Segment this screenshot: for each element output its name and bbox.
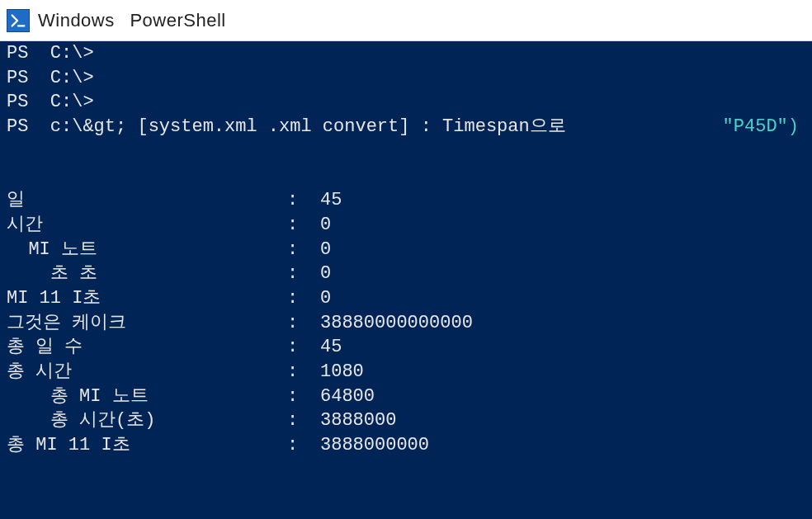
output-colon: :	[287, 408, 320, 433]
window-title-text: Windows PowerShell	[38, 10, 226, 31]
command-text: PS c:\&gt; [system.xml .xml convert] : T…	[7, 115, 566, 139]
command-argument-string: "P45D")	[723, 115, 805, 139]
output-row: 총 MI 노트 : 64800	[7, 385, 805, 409]
output-row: 시간 : 0	[7, 213, 805, 238]
output-label: 총 MI 노트	[7, 385, 287, 409]
output-value: 0	[320, 213, 805, 238]
output-value: 0	[320, 286, 805, 311]
output-colon: :	[287, 311, 320, 336]
output-value: 0	[320, 262, 805, 286]
output-row: 총 시간(초) : 3888000	[7, 408, 805, 433]
command-line: PS c:\&gt; [system.xml .xml convert] : T…	[7, 115, 805, 139]
output-row: 일 : 45	[7, 188, 805, 213]
blank-line	[7, 163, 805, 188]
output-label: 총 일 수	[7, 335, 287, 360]
window-title-bar: Windows PowerShell	[0, 0, 812, 41]
output-value: 1080	[320, 360, 805, 385]
output-colon: :	[287, 262, 320, 286]
output-label: 시간	[7, 213, 287, 238]
output-value: 64800	[320, 385, 805, 409]
output-label: 일	[7, 188, 287, 213]
output-colon: :	[287, 385, 320, 409]
blank-line	[7, 139, 805, 164]
output-label: 총 시간(초)	[7, 408, 287, 433]
output-value: 3888000	[320, 408, 805, 433]
powershell-icon	[7, 9, 30, 32]
output-row: MI 11 I초 : 0	[7, 286, 805, 311]
title-windows: Windows	[38, 10, 115, 31]
prompt-line: PS C:\>	[7, 41, 805, 66]
output-colon: :	[287, 286, 320, 311]
output-colon: :	[287, 188, 320, 213]
output-row: 그것은 케이크 : 38880000000000	[7, 311, 805, 336]
prompt-line: PS C:\>	[7, 90, 805, 115]
output-value: 0	[320, 238, 805, 262]
title-powershell: PowerShell	[130, 10, 225, 31]
output-value: 45	[320, 188, 805, 213]
output-colon: :	[287, 360, 320, 385]
output-label: MI 11 I초	[7, 286, 287, 311]
output-label: MI 노트	[7, 238, 287, 262]
output-value: 45	[320, 335, 805, 360]
terminal-body[interactable]: PS C:\> PS C:\> PS C:\> PS c:\&gt; [syst…	[0, 41, 812, 519]
prompt-line: PS C:\>	[7, 66, 805, 91]
output-value: 38880000000000	[320, 311, 805, 336]
output-label: 총 MI 11 I초	[7, 433, 287, 458]
output-row: 총 일 수 : 45	[7, 335, 805, 360]
output-label: 초 초	[7, 262, 287, 286]
output-colon: :	[287, 433, 320, 458]
output-row: 총 시간 : 1080	[7, 360, 805, 385]
output-colon: :	[287, 335, 320, 360]
output-colon: :	[287, 238, 320, 262]
output-label: 그것은 케이크	[7, 311, 287, 336]
output-row: 초 초 : 0	[7, 262, 805, 286]
output-row: 총 MI 11 I초 : 3888000000	[7, 433, 805, 458]
output-row: MI 노트 : 0	[7, 238, 805, 262]
output-label: 총 시간	[7, 360, 287, 385]
output-value: 3888000000	[320, 433, 805, 458]
output-colon: :	[287, 213, 320, 238]
